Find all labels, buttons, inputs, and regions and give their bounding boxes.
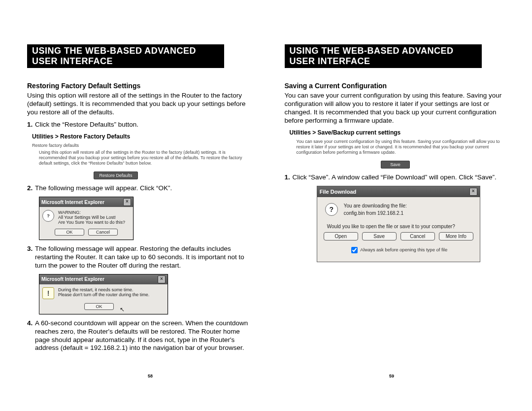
rp-btn-wrap: Restore Defaults	[32, 170, 200, 179]
always-ask-label: Always ask before opening this type of f…	[360, 247, 447, 252]
left-intro: Using this option will restore all of th…	[27, 92, 255, 117]
ie-restart-text: During the restart, it needs some time. …	[58, 287, 149, 297]
close-icon[interactable]: ×	[158, 275, 166, 283]
file-download-dialog: File Download × ? You are downloading th…	[317, 186, 480, 262]
cancel-button[interactable]: Cancel	[400, 232, 435, 240]
ie-restart-title: Microsoft Internet Explorer	[41, 276, 104, 282]
right-steps: 1.Click “Save”. A window called “File Do…	[285, 173, 513, 182]
left-step-2-text: The following message will appear. Click…	[35, 184, 172, 192]
cursor-arrow-icon: ↖	[120, 306, 125, 313]
right-column: USING THE WEB-BASED ADVANCED USER INTERF…	[285, 44, 513, 356]
save-backup-panel: Utilities > Save/Backup current settings…	[290, 129, 513, 169]
close-icon[interactable]: ×	[469, 188, 477, 196]
rp-desc-right: You can save your current configuration …	[297, 139, 508, 156]
question-icon: ?	[325, 203, 338, 216]
restore-defaults-panel: Utilities > Restore Factory Defaults Res…	[32, 133, 255, 180]
ok-button[interactable]: OK	[84, 303, 114, 310]
left-steps: 1.Click the “Restore Defaults” button.	[27, 121, 255, 129]
file-download-line1: You are downloading the file:	[344, 203, 407, 208]
always-ask-checkbox[interactable]	[351, 247, 358, 253]
file-download-titlebar: File Download ×	[317, 186, 480, 197]
left-banner: USING THE WEB-BASED ADVANCED USER INTERF…	[27, 44, 224, 68]
file-download-body: ? You are downloading the file: config.b…	[317, 197, 480, 262]
file-download-title: File Download	[320, 189, 357, 195]
ie-warning-text: WARNING: All Your Settings Will be Lost!…	[58, 210, 125, 225]
left-steps-4: 4.A 60-second countdown will appear on t…	[27, 319, 255, 353]
close-icon[interactable]: ×	[123, 198, 131, 206]
ie-warning-line1: WARNING:	[58, 210, 125, 215]
right-banner: USING THE WEB-BASED ADVANCED USER INTERF…	[285, 44, 482, 68]
restore-defaults-button[interactable]: Restore Defaults	[94, 171, 137, 179]
left-steps-3: 3.The following message will appear. Res…	[27, 245, 255, 270]
ie-restart-titlebar: Microsoft Internet Explorer ×	[39, 274, 167, 284]
save-file-button[interactable]: Save	[362, 232, 397, 240]
ie-warning-body: ? WARNING: All Your Settings Will be Los…	[39, 207, 133, 240]
left-section-title: Restoring Factory Default Settings	[27, 82, 255, 90]
rp-sub: Restore factory defaults	[32, 143, 255, 148]
ie-restart-line2: Please don't turn off the router during …	[58, 292, 149, 297]
rp-title: Utilities > Restore Factory Defaults	[32, 133, 255, 140]
page-number-left: 58	[148, 374, 153, 378]
file-download-line2: config.bin from 192.168.2.1	[344, 210, 407, 216]
file-download-prompt: Would you like to open the file or save …	[327, 224, 472, 229]
question-icon: ?	[42, 210, 54, 222]
rp-desc: Using this option will restore all of th…	[39, 150, 246, 167]
left-step-4: 4.A 60-second countdown will appear on t…	[27, 319, 255, 353]
ie-warning-dialog: Microsoft Internet Explorer × ? WARNING:…	[39, 197, 133, 240]
left-step-2: 2.The following message will appear. Cli…	[27, 184, 255, 193]
left-column: USING THE WEB-BASED ADVANCED USER INTERF…	[27, 44, 255, 356]
ie-restart-line1: During the restart, it needs some time.	[58, 287, 149, 292]
left-step-4-text: A 60-second countdown will appear on the…	[35, 319, 248, 352]
file-download-text: You are downloading the file: config.bin…	[344, 203, 407, 216]
warning-icon: !	[42, 287, 54, 299]
ie-restart-dialog: Microsoft Internet Explorer × ! During t…	[39, 274, 168, 314]
page-number-right: 59	[389, 374, 394, 378]
right-intro: You can save your current configuration …	[285, 92, 513, 125]
right-step-1: 1.Click “Save”. A window called “File Do…	[285, 173, 513, 182]
open-button[interactable]: Open	[324, 232, 358, 240]
more-info-button[interactable]: More Info	[439, 232, 473, 240]
manual-two-page-spread: USING THE WEB-BASED ADVANCED USER INTERF…	[0, 0, 532, 411]
ie-warning-title: Microsoft Internet Explorer	[41, 200, 104, 205]
left-step-3: 3.The following message will appear. Res…	[27, 245, 255, 270]
ie-restart-body: ! During the restart, it needs some time…	[39, 284, 167, 314]
left-step-1: 1.Click the “Restore Defaults” button.	[27, 121, 255, 129]
left-steps-2: 2.The following message will appear. Cli…	[27, 184, 255, 193]
always-ask-row: Always ask before opening this type of f…	[325, 245, 472, 255]
columns: USING THE WEB-BASED ADVANCED USER INTERF…	[27, 44, 512, 356]
cancel-button[interactable]: Cancel	[88, 229, 118, 236]
ie-warning-titlebar: Microsoft Internet Explorer ×	[39, 197, 133, 207]
rp-title-right: Utilities > Save/Backup current settings	[290, 129, 513, 136]
ie-warning-line2: All Your Settings Will be Lost!	[58, 215, 125, 220]
right-section-title: Saving a Current Configuration	[285, 82, 513, 90]
ok-button[interactable]: OK	[55, 229, 84, 236]
right-step-1-text: Click “Save”. A window called “File Down…	[293, 173, 497, 181]
left-step-1-text: Click the “Restore Defaults” button.	[35, 121, 138, 128]
left-step-3-text: The following message will appear. Resto…	[35, 245, 244, 269]
save-button[interactable]: Save	[381, 161, 410, 169]
ie-warning-line3: Are You Sure You want to do this?	[58, 220, 125, 225]
